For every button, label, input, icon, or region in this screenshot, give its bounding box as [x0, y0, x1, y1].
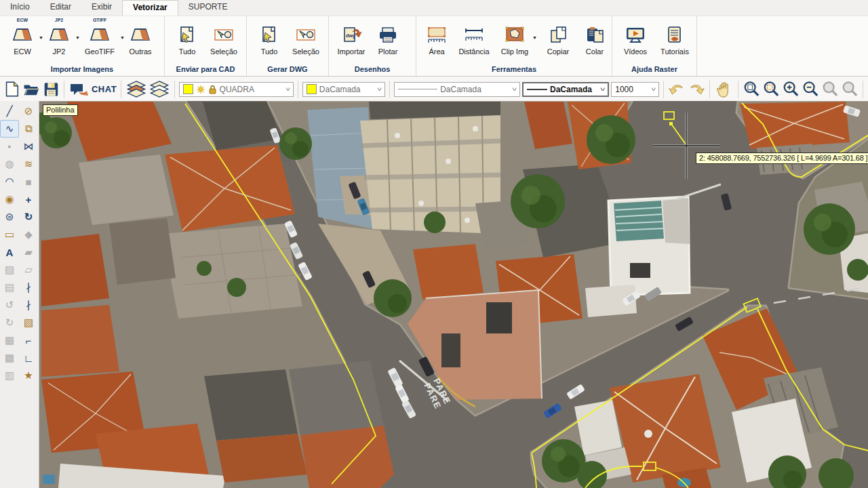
tab-exibir[interactable]: Exibir	[81, 0, 122, 16]
zoom-previous-button[interactable]	[821, 81, 839, 98]
tool-trim[interactable]: ▱	[19, 261, 38, 279]
button-label: ECW	[14, 47, 31, 56]
tool-block[interactable]: ▩	[0, 349, 19, 367]
zoom-next-button[interactable]	[841, 81, 859, 98]
tool-mirror[interactable]: ⋈	[19, 138, 38, 155]
quick-toolbar: CHAT QUADRA ˅ DaCamada ˅ DaCamada ˅ DaCa…	[0, 77, 868, 102]
button-videos[interactable]: Vídeos	[616, 18, 654, 56]
tool-offset[interactable]: ≋	[19, 155, 38, 173]
tool-fillet[interactable]: ⌐	[19, 331, 38, 349]
tool-circle[interactable]: ◉	[0, 190, 19, 208]
zoom-extents-button[interactable]	[743, 81, 760, 98]
tool-scale[interactable]: ◆	[19, 226, 38, 243]
tool-fill[interactable]: ■	[19, 173, 38, 190]
chevron-down-icon[interactable]: ˅	[285, 86, 290, 93]
layers-manager-icon[interactable]	[125, 81, 146, 98]
tool-revision[interactable]: ↻	[0, 314, 19, 331]
chevron-down-icon[interactable]: ˅	[651, 86, 656, 93]
tool-point[interactable]: ▫	[0, 138, 19, 155]
button-plotar[interactable]: Plotar	[370, 18, 406, 56]
button-gerar-selecao[interactable]: Seleção	[288, 18, 324, 56]
button-jp2[interactable]: JP2 ▼ JP2	[41, 18, 77, 56]
tool-redo-mark[interactable]: ↺	[0, 296, 19, 314]
button-tutoriais[interactable]: Tutoriais	[654, 18, 695, 56]
tab-vetorizar[interactable]: Vetorizar	[122, 0, 178, 16]
tool-explode[interactable]: ★	[19, 367, 38, 384]
group-ferramentas: Área Distância ▼ Clip Img Copiar	[416, 16, 612, 76]
tool-rectangle[interactable]: ▭	[0, 226, 19, 243]
tab-editar[interactable]: Editar	[40, 0, 81, 16]
tool-wipeout[interactable]: ▨	[0, 261, 19, 279]
chat-button[interactable]: CHAT	[92, 84, 117, 94]
map-image-icon	[89, 23, 111, 46]
chevron-down-icon[interactable]: ˅	[600, 86, 605, 93]
button-ecw[interactable]: ECW ▼ ECW	[4, 18, 41, 56]
tool-stamp[interactable]: ▤	[0, 279, 19, 296]
button-area[interactable]: Área	[420, 18, 453, 56]
tool-line[interactable]: ╱	[0, 102, 19, 120]
open-file-button[interactable]	[22, 81, 40, 98]
tool-donut[interactable]: ◍	[0, 155, 19, 173]
button-geotiff[interactable]: GTIFF ▼ GeoTIFF	[77, 18, 122, 56]
undo-button[interactable]	[668, 81, 686, 98]
zoom-in-button[interactable]	[782, 81, 800, 98]
new-file-button[interactable]	[3, 81, 20, 98]
button-copiar[interactable]: Copiar	[540, 18, 576, 56]
scale-select[interactable]: 1000 ˅	[611, 82, 659, 97]
tool-erase[interactable]: ⊘	[19, 102, 38, 120]
button-distancia[interactable]: Distância	[453, 18, 495, 56]
layer-lock-icon[interactable]	[208, 85, 217, 94]
tool-array[interactable]: ▦	[0, 331, 19, 349]
save-file-button[interactable]	[42, 81, 60, 98]
button-label: Colar	[586, 47, 604, 56]
button-clip-img[interactable]: ▼ Clip Img	[495, 18, 534, 56]
tool-tooltip: Polilinha	[43, 104, 78, 116]
tool-arc[interactable]: ◠	[0, 173, 19, 190]
chevron-down-icon[interactable]: ˅	[377, 86, 382, 93]
layers-states-icon[interactable]	[149, 81, 170, 98]
tool-hatch[interactable]: ▧	[19, 314, 38, 331]
layer-on-icon[interactable]	[196, 85, 205, 94]
color-select[interactable]: DaCamada ˅	[302, 82, 385, 97]
tool-table[interactable]: ▥	[0, 367, 19, 384]
pan-button[interactable]	[714, 81, 734, 98]
map-viewport[interactable]: PARE PARE	[39, 101, 868, 488]
layer-select[interactable]: QUADRA ˅	[179, 82, 294, 97]
lineweight-select[interactable]: DaCamada ˅	[522, 82, 609, 97]
button-outras[interactable]: Outras	[122, 18, 159, 56]
tool-break-2[interactable]: ∤	[19, 296, 38, 314]
button-label: Distância	[458, 47, 489, 56]
chevron-down-icon[interactable]: ▼	[532, 35, 537, 40]
button-enviar-selecao[interactable]: Seleção	[205, 18, 242, 56]
tool-rotate[interactable]: ↻	[19, 208, 38, 226]
separator	[709, 81, 710, 98]
tool-ellipse[interactable]: ⊜	[0, 208, 19, 226]
zoom-window-button[interactable]	[762, 81, 780, 98]
redo-button[interactable]	[688, 81, 705, 98]
tool-move[interactable]: +	[19, 190, 38, 208]
button-label: Seleção	[210, 47, 237, 56]
separator	[121, 81, 121, 98]
group-ajuda-raster: Vídeos Tutoriais Ajuda Raster	[612, 16, 697, 76]
group-caption: Desenhos	[333, 64, 412, 76]
button-colar[interactable]: Colar	[576, 18, 613, 56]
chat-icon[interactable]	[68, 81, 89, 98]
button-importar-dwg[interactable]: Importar	[333, 18, 370, 56]
button-enviar-tudo[interactable]: Tudo	[169, 18, 205, 56]
group-caption: Ajuda Raster	[616, 64, 692, 76]
group-caption: Importar Imagens	[4, 64, 160, 76]
linetype-select[interactable]: DaCamada ˅	[394, 82, 520, 97]
zoom-out-button[interactable]	[802, 81, 819, 98]
chevron-down-icon[interactable]: ˅	[512, 86, 517, 93]
tool-chamfer[interactable]: ∟	[19, 349, 38, 367]
tab-suporte[interactable]: SUPORTE	[178, 0, 238, 16]
button-label: Tudo	[261, 47, 278, 56]
tab-inicio[interactable]: Início	[0, 0, 40, 16]
button-label: Área	[429, 47, 444, 56]
tool-break[interactable]: ∤	[19, 279, 38, 296]
tool-polyline[interactable]: ∿	[0, 120, 19, 138]
tool-stretch[interactable]: ▰	[19, 243, 38, 261]
tool-text[interactable]: A	[0, 243, 19, 261]
tool-copy[interactable]: ⧉	[19, 120, 38, 138]
button-gerar-tudo[interactable]: Tudo	[251, 18, 288, 56]
